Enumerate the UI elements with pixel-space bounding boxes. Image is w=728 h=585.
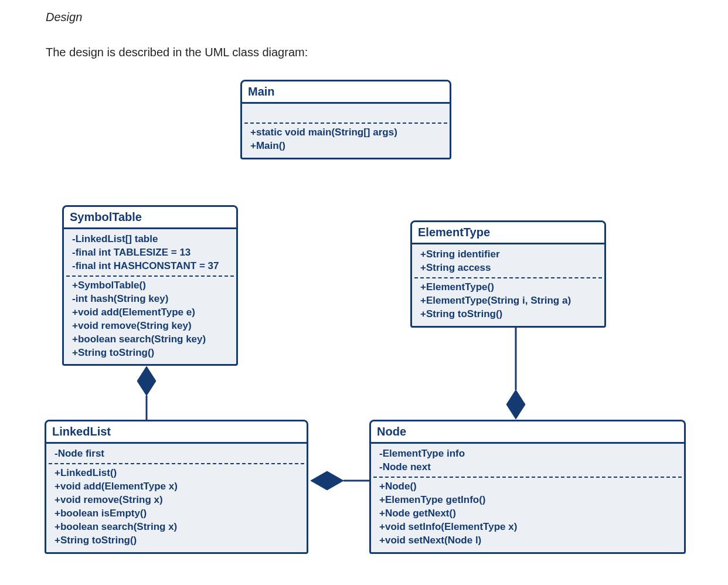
uml-class-body: +static void main(String[] args) +Main() [242, 104, 450, 158]
uml-op: +void add(ElementType e) [72, 306, 228, 319]
uml-attr: -ElementType info [379, 447, 676, 461]
uml-class-elementtype: ElementType +String identifier +String a… [410, 220, 606, 328]
uml-op: +void remove(String x) [55, 494, 298, 507]
uml-op: +boolean search(String x) [55, 521, 298, 534]
uml-class-body: -Node first +LinkedList() +void add(Elem… [46, 444, 307, 552]
uml-divider [373, 477, 682, 478]
composition-diamond-icon [506, 390, 525, 419]
uml-op: +void setNext(Node l) [379, 534, 676, 547]
uml-operations: +ElementType() +ElementType(String i, St… [412, 280, 604, 322]
uml-op: +void add(ElementType x) [55, 480, 298, 494]
uml-op: +void remove(String key) [72, 319, 228, 333]
uml-op: +String toString() [72, 346, 228, 360]
uml-attr: +String access [420, 261, 596, 275]
uml-class-linkedlist: LinkedList -Node first +LinkedList() +vo… [45, 420, 308, 554]
uml-operations: +Node() +ElemenType getInfo() +Node getN… [371, 479, 684, 549]
uml-attr: -final int TABLESIZE = 13 [72, 246, 228, 260]
uml-op: +String toString() [420, 308, 596, 321]
uml-op: +ElementType() [420, 281, 596, 294]
uml-attr: -Node first [55, 447, 298, 461]
uml-divider [414, 277, 602, 278]
uml-class-name: Main [242, 81, 450, 104]
uml-attributes: -Node first [46, 446, 307, 462]
uml-attributes: -ElementType info -Node next [371, 446, 684, 475]
uml-operations: +static void main(String[] args) +Main() [242, 125, 450, 154]
uml-op: +LinkedList() [55, 467, 298, 480]
uml-op: +Node getNext() [379, 507, 676, 521]
uml-class-main: Main +static void main(String[] args) +M… [240, 80, 451, 159]
uml-divider [49, 463, 304, 464]
composition-diamond-icon [137, 366, 156, 396]
uml-attributes: -LinkedList[] table -final int TABLESIZE… [64, 232, 236, 274]
composition-diamond-icon [311, 471, 343, 490]
uml-class-body: -ElementType info -Node next +Node() +El… [371, 444, 684, 552]
uml-op: -int hash(String key) [72, 292, 228, 306]
uml-op: +boolean isEmpty() [55, 507, 298, 521]
uml-attr: +String identifier [420, 248, 596, 261]
uml-attr: -Node next [379, 461, 676, 474]
uml-op: +boolean search(String key) [72, 333, 228, 346]
uml-class-symboltable: SymbolTable -LinkedList[] table -final i… [62, 205, 238, 366]
uml-divider [66, 276, 234, 277]
uml-operations: +SymbolTable() -int hash(String key) +vo… [64, 278, 236, 361]
uml-class-name: LinkedList [46, 421, 307, 444]
uml-operations: +LinkedList() +void add(ElementType x) +… [46, 465, 307, 549]
uml-attr: -final int HASHCONSTANT = 37 [72, 260, 228, 273]
uml-op: +Node() [379, 480, 676, 494]
uml-op: +String toString() [55, 534, 298, 547]
uml-class-body: -LinkedList[] table -final int TABLESIZE… [64, 229, 236, 364]
uml-class-body: +String identifier +String access +Eleme… [412, 244, 604, 326]
uml-attr: -LinkedList[] table [72, 233, 228, 246]
uml-class-node: Node -ElementType info -Node next +Node(… [369, 420, 686, 554]
uml-class-name: ElementType [412, 222, 604, 244]
uml-divider [244, 123, 447, 124]
uml-class-name: SymbolTable [64, 207, 236, 229]
uml-op: +ElementType(String i, String a) [420, 294, 596, 308]
uml-op: +ElemenType getInfo() [379, 494, 676, 507]
uml-attributes: +String identifier +String access [412, 247, 604, 276]
uml-op: +Main() [250, 140, 441, 153]
uml-diagram-page: Design The design is described in the UM… [0, 0, 728, 585]
uml-op: +SymbolTable() [72, 279, 228, 292]
intro-text: The design is described in the UML class… [46, 46, 308, 59]
uml-class-name: Node [371, 421, 684, 444]
uml-op: +void setInfo(ElementType x) [379, 521, 676, 534]
uml-op: +static void main(String[] args) [250, 126, 441, 140]
section-heading: Design [46, 11, 82, 24]
